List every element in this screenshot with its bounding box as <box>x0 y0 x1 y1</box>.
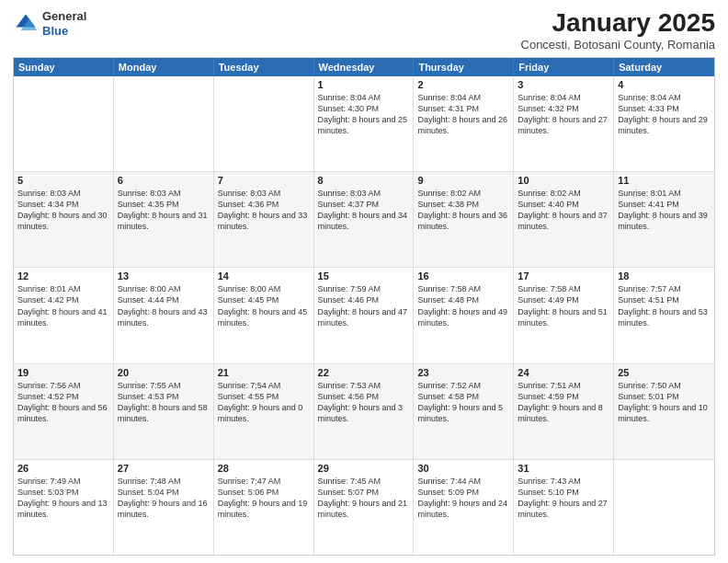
day-number: 23 <box>417 367 509 378</box>
day-info: Sunrise: 7:51 AM Sunset: 4:59 PM Dayligh… <box>518 380 609 425</box>
day-number: 9 <box>417 175 509 186</box>
day-info: Sunrise: 8:04 AM Sunset: 4:31 PM Dayligh… <box>417 92 509 137</box>
calendar-cell: 17Sunrise: 7:58 AM Sunset: 4:49 PM Dayli… <box>514 268 614 362</box>
day-number: 14 <box>218 270 310 282</box>
calendar-cell: 2Sunrise: 8:04 AM Sunset: 4:31 PM Daylig… <box>414 76 514 171</box>
calendar-row: 5Sunrise: 8:03 AM Sunset: 4:34 PM Daylig… <box>14 172 714 268</box>
day-number: 6 <box>118 175 210 186</box>
day-number: 7 <box>218 175 310 186</box>
calendar-cell: 21Sunrise: 7:54 AM Sunset: 4:55 PM Dayli… <box>214 364 314 459</box>
day-info: Sunrise: 7:55 AM Sunset: 4:53 PM Dayligh… <box>118 380 210 425</box>
weekday-header: Sunday <box>14 58 114 76</box>
day-number: 12 <box>17 270 109 282</box>
calendar-cell: 5Sunrise: 8:03 AM Sunset: 4:34 PM Daylig… <box>14 172 114 267</box>
day-number: 17 <box>518 270 609 282</box>
page: General Blue January 2025 Concesti, Boto… <box>0 0 728 563</box>
calendar-cell-empty <box>114 76 214 171</box>
day-number: 5 <box>17 175 109 186</box>
logo-blue: Blue <box>42 24 68 38</box>
day-number: 29 <box>318 463 410 474</box>
day-number: 20 <box>118 367 210 378</box>
calendar-header: SundayMondayTuesdayWednesdayThursdayFrid… <box>14 58 714 76</box>
day-info: Sunrise: 8:02 AM Sunset: 4:40 PM Dayligh… <box>518 188 609 233</box>
day-info: Sunrise: 8:03 AM Sunset: 4:34 PM Dayligh… <box>17 188 109 233</box>
day-number: 2 <box>417 79 509 90</box>
day-info: Sunrise: 7:43 AM Sunset: 5:10 PM Dayligh… <box>518 476 609 521</box>
day-number: 26 <box>17 463 109 474</box>
day-number: 22 <box>318 367 410 378</box>
calendar-cell: 20Sunrise: 7:55 AM Sunset: 4:53 PM Dayli… <box>114 364 214 459</box>
day-info: Sunrise: 8:01 AM Sunset: 4:42 PM Dayligh… <box>17 283 109 328</box>
calendar-cell: 16Sunrise: 7:58 AM Sunset: 4:48 PM Dayli… <box>414 268 514 362</box>
calendar-cell: 29Sunrise: 7:45 AM Sunset: 5:07 PM Dayli… <box>314 460 415 555</box>
calendar-cell: 10Sunrise: 8:02 AM Sunset: 4:40 PM Dayli… <box>514 172 614 267</box>
day-number: 13 <box>118 270 210 282</box>
day-info: Sunrise: 8:04 AM Sunset: 4:32 PM Dayligh… <box>518 92 609 137</box>
day-info: Sunrise: 7:47 AM Sunset: 5:06 PM Dayligh… <box>218 476 310 521</box>
weekday-header: Friday <box>514 58 614 76</box>
logo-text: General Blue <box>42 9 86 38</box>
calendar-row: 19Sunrise: 7:56 AM Sunset: 4:52 PM Dayli… <box>14 364 714 460</box>
calendar-cell: 8Sunrise: 8:03 AM Sunset: 4:37 PM Daylig… <box>314 172 415 267</box>
day-info: Sunrise: 7:57 AM Sunset: 4:51 PM Dayligh… <box>618 283 711 328</box>
day-info: Sunrise: 7:49 AM Sunset: 5:03 PM Dayligh… <box>17 476 109 521</box>
location-subtitle: Concesti, Botosani County, Romania <box>521 38 715 52</box>
day-info: Sunrise: 8:03 AM Sunset: 4:35 PM Dayligh… <box>118 188 210 233</box>
day-number: 1 <box>318 79 410 90</box>
calendar-row: 12Sunrise: 8:01 AM Sunset: 4:42 PM Dayli… <box>14 268 714 363</box>
calendar-cell: 6Sunrise: 8:03 AM Sunset: 4:35 PM Daylig… <box>114 172 214 267</box>
calendar-cell: 7Sunrise: 8:03 AM Sunset: 4:36 PM Daylig… <box>214 172 314 267</box>
calendar-cell: 3Sunrise: 8:04 AM Sunset: 4:32 PM Daylig… <box>514 76 614 171</box>
calendar-cell: 19Sunrise: 7:56 AM Sunset: 4:52 PM Dayli… <box>14 364 114 459</box>
day-info: Sunrise: 7:58 AM Sunset: 4:48 PM Dayligh… <box>417 283 509 328</box>
calendar-cell: 18Sunrise: 7:57 AM Sunset: 4:51 PM Dayli… <box>614 268 714 362</box>
day-number: 11 <box>618 175 711 186</box>
day-info: Sunrise: 8:01 AM Sunset: 4:41 PM Dayligh… <box>618 188 711 233</box>
calendar-cell: 13Sunrise: 8:00 AM Sunset: 4:44 PM Dayli… <box>114 268 214 362</box>
calendar-cell: 12Sunrise: 8:01 AM Sunset: 4:42 PM Dayli… <box>14 268 114 362</box>
header: General Blue January 2025 Concesti, Boto… <box>13 9 715 52</box>
day-number: 8 <box>318 175 410 186</box>
day-number: 15 <box>318 270 410 282</box>
day-info: Sunrise: 8:03 AM Sunset: 4:36 PM Dayligh… <box>218 188 310 233</box>
day-info: Sunrise: 7:58 AM Sunset: 4:49 PM Dayligh… <box>518 283 609 328</box>
day-info: Sunrise: 7:59 AM Sunset: 4:46 PM Dayligh… <box>318 283 410 328</box>
weekday-header: Monday <box>114 58 214 76</box>
calendar-cell: 11Sunrise: 8:01 AM Sunset: 4:41 PM Dayli… <box>614 172 714 267</box>
calendar-cell: 31Sunrise: 7:43 AM Sunset: 5:10 PM Dayli… <box>514 460 614 555</box>
day-info: Sunrise: 8:00 AM Sunset: 4:44 PM Dayligh… <box>118 283 210 328</box>
day-info: Sunrise: 8:04 AM Sunset: 4:33 PM Dayligh… <box>618 92 711 137</box>
day-info: Sunrise: 7:53 AM Sunset: 4:56 PM Dayligh… <box>318 380 410 425</box>
weekday-header: Thursday <box>414 58 514 76</box>
day-number: 31 <box>518 463 609 474</box>
calendar-cell: 27Sunrise: 7:48 AM Sunset: 5:04 PM Dayli… <box>114 460 214 555</box>
day-info: Sunrise: 8:03 AM Sunset: 4:37 PM Dayligh… <box>318 188 410 233</box>
calendar-row: 26Sunrise: 7:49 AM Sunset: 5:03 PM Dayli… <box>14 460 714 555</box>
day-number: 18 <box>618 270 711 282</box>
day-number: 21 <box>218 367 310 378</box>
day-info: Sunrise: 7:54 AM Sunset: 4:55 PM Dayligh… <box>218 380 310 425</box>
day-info: Sunrise: 7:45 AM Sunset: 5:07 PM Dayligh… <box>318 476 410 521</box>
calendar-cell-empty <box>214 76 314 171</box>
day-info: Sunrise: 7:50 AM Sunset: 5:01 PM Dayligh… <box>618 380 711 425</box>
calendar-cell: 4Sunrise: 8:04 AM Sunset: 4:33 PM Daylig… <box>614 76 714 171</box>
month-title: January 2025 <box>521 9 715 38</box>
calendar-cell: 24Sunrise: 7:51 AM Sunset: 4:59 PM Dayli… <box>514 364 614 459</box>
calendar-row: 1Sunrise: 8:04 AM Sunset: 4:30 PM Daylig… <box>14 76 714 172</box>
day-number: 10 <box>518 175 609 186</box>
calendar-cell: 26Sunrise: 7:49 AM Sunset: 5:03 PM Dayli… <box>14 460 114 555</box>
calendar-cell: 25Sunrise: 7:50 AM Sunset: 5:01 PM Dayli… <box>614 364 714 459</box>
logo: General Blue <box>13 9 86 38</box>
day-info: Sunrise: 7:48 AM Sunset: 5:04 PM Dayligh… <box>118 476 210 521</box>
day-number: 3 <box>518 79 609 90</box>
weekday-header: Tuesday <box>214 58 314 76</box>
day-info: Sunrise: 8:00 AM Sunset: 4:45 PM Dayligh… <box>218 283 310 328</box>
calendar: SundayMondayTuesdayWednesdayThursdayFrid… <box>13 57 715 556</box>
day-number: 16 <box>417 270 509 282</box>
calendar-body: 1Sunrise: 8:04 AM Sunset: 4:30 PM Daylig… <box>14 76 714 555</box>
weekday-header: Wednesday <box>314 58 415 76</box>
day-number: 19 <box>17 367 109 378</box>
day-number: 24 <box>518 367 609 378</box>
calendar-cell: 14Sunrise: 8:00 AM Sunset: 4:45 PM Dayli… <box>214 268 314 362</box>
calendar-cell: 28Sunrise: 7:47 AM Sunset: 5:06 PM Dayli… <box>214 460 314 555</box>
